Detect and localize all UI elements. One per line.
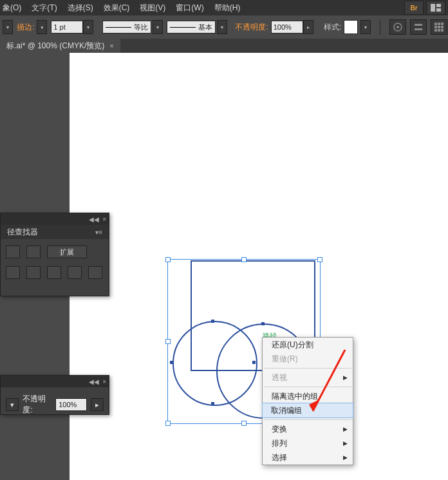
svg-point-4 — [397, 26, 399, 28]
pf-outline-icon[interactable] — [88, 266, 102, 279]
menu-view[interactable]: 视图(V) — [140, 3, 165, 14]
panel-body: ▾ 不透明度: 100% ▸ — [1, 387, 109, 422]
anchor-point[interactable] — [261, 322, 265, 325]
bridge-icon[interactable]: Br — [404, 1, 424, 15]
blend-mode-dropdown[interactable]: ▾ — [6, 398, 19, 411]
panel-tabs: 径查找器 ▾≡ — [1, 225, 109, 239]
pathfinder-panel[interactable]: ◀◀ × 径查找器 ▾≡ 扩展 — [0, 213, 109, 296]
document-tab-bar: 标.ai* @ 100% (CMYK/预览) × — [0, 39, 448, 53]
arrange-docs-icon[interactable] — [426, 1, 445, 15]
svg-rect-5 — [415, 24, 422, 26]
pf-minus-front-icon[interactable] — [26, 245, 41, 258]
opacity-panel-dropdown[interactable]: ▸ — [91, 398, 104, 411]
panel-menu-icon[interactable]: ▾≡ — [95, 229, 102, 236]
pf-crop-icon[interactable] — [68, 266, 82, 279]
ctx-ungroup[interactable]: 取消编组 — [262, 403, 353, 418]
menu-bar: 象(O) 文字(T) 选择(S) 效果(C) 视图(V) 窗口(W) 帮助(H)… — [0, 0, 448, 15]
menu-window[interactable]: 窗口(W) — [176, 3, 203, 14]
recolor-icon[interactable] — [389, 19, 406, 35]
handle-s[interactable] — [241, 421, 247, 426]
stroke-label: 描边: — [17, 22, 34, 33]
opacity-panel-label: 不透明度: — [23, 394, 51, 416]
menu-select[interactable]: 选择(S) — [68, 3, 93, 14]
svg-rect-1 — [436, 4, 441, 7]
svg-rect-0 — [431, 4, 435, 12]
close-tab-icon[interactable]: × — [109, 42, 113, 50]
ctx-select[interactable]: 选择 — [263, 450, 353, 465]
menu-type[interactable]: 文字(T) — [32, 3, 57, 14]
fill-swatch-dropdown[interactable]: ▾ — [3, 20, 13, 34]
opacity-dropdown[interactable]: ▸ — [303, 20, 313, 34]
menu-help[interactable]: 帮助(H) — [214, 3, 241, 14]
svg-rect-2 — [436, 8, 441, 12]
context-menu: 还原(U)分割 重做(R) 透视 隔离选中的组 取消编组 变换 排列 选择 — [262, 337, 353, 465]
anchor-point[interactable] — [170, 361, 173, 364]
brush-uniform-preview[interactable]: 等比 — [102, 21, 151, 34]
style-dropdown[interactable]: ▾ — [360, 20, 371, 34]
handle-nw[interactable] — [165, 257, 171, 262]
menu-object[interactable]: 象(O) — [3, 3, 21, 14]
anchor-point[interactable] — [211, 320, 214, 323]
pf-expand-button[interactable]: 扩展 — [47, 245, 87, 258]
svg-rect-6 — [415, 28, 422, 30]
ctx-perspective[interactable]: 透视 — [263, 370, 353, 385]
brush-uniform-dropdown[interactable]: ▾ — [153, 20, 163, 34]
pathfinder-tab[interactable]: 径查找器 — [7, 227, 38, 238]
stroke-width-dropdown[interactable]: ▾ — [83, 20, 93, 34]
anchor-point[interactable] — [252, 361, 256, 364]
document-tab-label: 标.ai* @ 100% (CMYK/预览) — [6, 41, 104, 52]
style-label: 样式: — [324, 22, 341, 33]
pf-trim-icon[interactable] — [26, 266, 41, 279]
panel-titlebar[interactable]: ◀◀ × — [1, 376, 109, 387]
style-swatch[interactable] — [344, 20, 358, 34]
opacity-panel-input[interactable]: 100% — [55, 398, 86, 411]
app-frame: 象(O) 文字(T) 选择(S) 效果(C) 视图(V) 窗口(W) 帮助(H)… — [0, 0, 448, 480]
pf-unite-icon[interactable] — [6, 245, 20, 258]
opacity-label: 不透明度: — [235, 22, 268, 33]
ctx-transform[interactable]: 变换 — [263, 422, 353, 436]
handle-sw[interactable] — [165, 421, 171, 426]
stroke-stepper[interactable]: ♦ — [37, 20, 47, 34]
handle-w[interactable] — [165, 339, 171, 344]
document-tab[interactable]: 标.ai* @ 100% (CMYK/预览) × — [0, 39, 120, 53]
anchor-point[interactable] — [211, 402, 214, 405]
menu-effect[interactable]: 效果(C) — [104, 3, 130, 14]
pf-merge-icon[interactable] — [47, 266, 61, 279]
ctx-separator — [264, 387, 351, 387]
ctx-separator — [264, 368, 351, 369]
transparency-panel[interactable]: ◀◀ × ▾ 不透明度: 100% ▸ — [0, 375, 109, 415]
ctx-arrange[interactable]: 排列 — [263, 436, 353, 450]
panel-body: 扩展 — [1, 239, 109, 293]
handle-ne[interactable] — [317, 257, 322, 262]
brush-basic-dropdown[interactable]: ▾ — [217, 20, 227, 34]
opacity-input[interactable]: 100% — [271, 21, 303, 34]
ctx-separator — [264, 419, 351, 420]
panel-titlebar[interactable]: ◀◀ × — [1, 213, 109, 225]
align-icon[interactable] — [410, 19, 427, 35]
options-bar: ▾ 描边: ♦ 1 pt ▾ 等比 ▾ 基本 ▾ 不透明度: 100% ▸ 样式… — [0, 15, 448, 39]
stroke-width-input[interactable]: 1 pt — [51, 21, 83, 34]
pf-divide-icon[interactable] — [6, 266, 20, 279]
brush-basic-preview[interactable]: 基本 — [167, 21, 216, 34]
ctx-isolate-group[interactable]: 隔离选中的组 — [263, 389, 353, 403]
transform-grid-icon[interactable] — [431, 19, 447, 35]
handle-n[interactable] — [241, 257, 247, 262]
separator — [380, 19, 380, 35]
ctx-undo[interactable]: 还原(U)分割 — [263, 338, 353, 352]
ctx-redo: 重做(R) — [263, 352, 353, 366]
